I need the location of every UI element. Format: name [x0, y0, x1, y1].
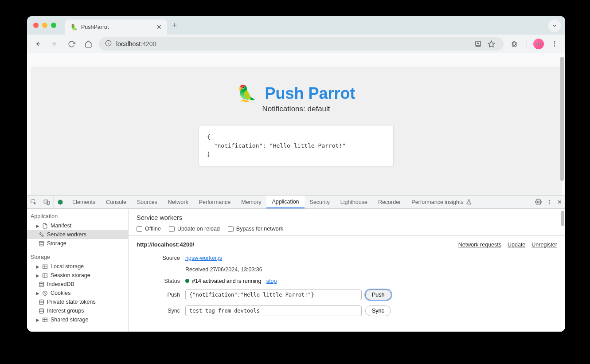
gears-icon — [39, 232, 44, 238]
tab-console[interactable]: Console — [101, 196, 132, 208]
extensions-button[interactable] — [508, 38, 520, 50]
page-scrollbar[interactable] — [560, 57, 564, 181]
expand-icon: ▶ — [36, 273, 39, 278]
sidebar-item-storage[interactable]: Storage — [27, 239, 128, 248]
inspect-element-button[interactable] — [27, 196, 40, 208]
table-icon — [42, 273, 48, 278]
sw-header: Service workers Offline Update on reload… — [129, 209, 565, 235]
push-button[interactable]: Push — [365, 290, 391, 300]
tab-security[interactable]: Security — [305, 196, 335, 208]
tab-lighthouse[interactable]: Lighthouse — [335, 196, 373, 208]
tab-overflow-button[interactable] — [548, 20, 561, 32]
sidebar-item-local-storage[interactable]: ▶ Local storage — [27, 262, 128, 271]
menu-button[interactable] — [548, 38, 561, 50]
sidebar-item-private-state-tokens[interactable]: Private state tokens — [27, 297, 128, 306]
svg-marker-8 — [488, 41, 494, 47]
devtools-body: Application ▶ Manifest Service workers S… — [27, 209, 565, 332]
sync-input[interactable] — [185, 305, 362, 316]
offline-checkbox[interactable]: Offline — [137, 226, 161, 232]
browser-window: 🦜 PushParrot ✕ + localhost:4200 — [27, 16, 565, 332]
svg-rect-36 — [43, 318, 47, 322]
update-reload-checkbox[interactable]: Update on reload — [169, 226, 220, 232]
3d-view-button[interactable] — [54, 196, 67, 208]
gear-icon[interactable] — [535, 199, 542, 205]
sidebar-item-cookies[interactable]: ▶ Cookies — [27, 289, 128, 297]
tab-memory[interactable]: Memory — [236, 196, 266, 208]
svg-point-34 — [39, 300, 44, 301]
svg-point-9 — [554, 41, 555, 43]
new-tab-button[interactable]: + — [172, 21, 177, 30]
push-input[interactable] — [185, 290, 362, 300]
stop-link[interactable]: stop — [266, 278, 277, 284]
svg-point-17 — [549, 201, 550, 202]
tab-application[interactable]: Application — [266, 196, 304, 208]
devtools-scrollbar[interactable] — [561, 211, 564, 226]
sync-button[interactable]: Sync — [365, 305, 391, 316]
url-text: localhost:4200 — [116, 40, 156, 47]
sw-block: http://localhost:4200/ Network requests … — [129, 235, 565, 321]
close-devtools-icon[interactable] — [557, 199, 563, 205]
tab-performance[interactable]: Performance — [194, 196, 236, 208]
back-button[interactable] — [31, 38, 44, 50]
tab-favicon-icon: 🦜 — [70, 24, 78, 31]
arrow-left-icon — [34, 40, 42, 48]
devices-icon — [43, 199, 50, 205]
svg-point-15 — [538, 201, 539, 203]
sidebar-group-label: Storage — [27, 252, 128, 262]
close-window-button[interactable] — [33, 23, 39, 28]
status-dot-icon — [185, 279, 189, 283]
devtools-sidebar: Application ▶ Manifest Service workers S… — [27, 209, 129, 332]
reload-button[interactable] — [65, 38, 78, 50]
svg-point-33 — [45, 294, 46, 294]
bookmark-button[interactable] — [485, 38, 497, 50]
svg-rect-27 — [43, 274, 47, 278]
database-icon — [39, 299, 44, 305]
tab-recorder[interactable]: Recorder — [373, 196, 406, 208]
minimize-window-button[interactable] — [42, 23, 47, 28]
glasses-icon: 👓 — [535, 41, 542, 47]
svg-point-30 — [39, 282, 44, 283]
site-info-icon[interactable] — [105, 40, 112, 48]
app-title: 🦜 Push Parrot — [31, 84, 562, 103]
bypass-checkbox[interactable]: Bypass for network — [228, 226, 283, 232]
maximize-window-button[interactable] — [51, 23, 56, 28]
sidebar-item-indexeddb[interactable]: IndexedDB — [27, 280, 128, 289]
close-tab-icon[interactable]: ✕ — [156, 23, 162, 31]
tab-network[interactable]: Network — [163, 196, 194, 208]
more-vert-icon — [551, 40, 558, 47]
toolbar: localhost:4200 👓 — [27, 35, 565, 53]
source-file-link[interactable]: ngsw-worker.js — [185, 255, 222, 261]
home-button[interactable] — [82, 38, 94, 50]
sync-label: Sync — [137, 308, 185, 314]
tab-title: PushParrot — [81, 24, 156, 30]
tab-elements[interactable]: Elements — [67, 196, 101, 208]
database-icon — [39, 308, 44, 314]
tab-sources[interactable]: Sources — [132, 196, 163, 208]
sidebar-item-session-storage[interactable]: ▶ Session storage — [27, 271, 128, 280]
unregister-link[interactable]: Unregister — [531, 242, 557, 248]
inspect-icon — [30, 199, 37, 205]
table-icon — [42, 317, 48, 323]
traffic-lights — [33, 23, 56, 28]
install-app-button[interactable] — [472, 38, 484, 50]
forward-button[interactable] — [48, 38, 61, 50]
update-link[interactable]: Update — [508, 242, 525, 248]
sidebar-item-service-workers[interactable]: Service workers — [27, 230, 128, 239]
sidebar-item-manifest[interactable]: ▶ Manifest — [27, 221, 128, 230]
sidebar-item-shared-storage[interactable]: ▶ Shared storage — [27, 315, 128, 324]
device-toggle-button[interactable] — [40, 196, 54, 208]
chevron-down-icon — [552, 23, 557, 28]
cube-icon — [57, 199, 63, 205]
sidebar-item-interest-groups[interactable]: Interest groups — [27, 306, 128, 315]
tab-performance-insights[interactable]: Performance insights — [406, 196, 477, 208]
svg-point-35 — [39, 309, 44, 310]
devtools-panel: Elements Console Sources Network Perform… — [27, 195, 565, 332]
browser-tab[interactable]: 🦜 PushParrot ✕ — [65, 20, 167, 35]
svg-point-23 — [39, 241, 44, 243]
expand-icon: ▶ — [36, 223, 39, 228]
svg-point-16 — [549, 200, 550, 200]
address-bar[interactable]: localhost:4200 — [99, 37, 504, 51]
profile-button[interactable]: 👓 — [533, 39, 544, 49]
more-vert-icon[interactable] — [546, 199, 552, 205]
network-requests-link[interactable]: Network requests — [458, 242, 501, 248]
